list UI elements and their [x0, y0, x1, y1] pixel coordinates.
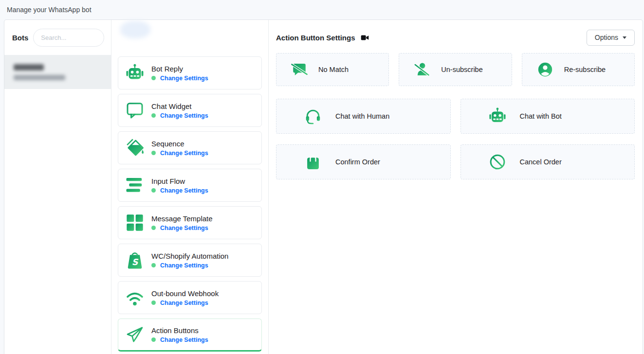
shopify-bag-icon — [125, 250, 145, 270]
user-slash-icon — [414, 61, 430, 78]
change-settings-link[interactable]: Change Settings — [160, 187, 208, 194]
status-dot — [151, 263, 156, 267]
action-card-label: Confirm Order — [335, 158, 380, 166]
action-buttons-row-2: Chat with Human Chat with Bot — [276, 99, 635, 134]
change-settings-link[interactable]: Change Settings — [160, 75, 208, 82]
feature-card-action-buttons[interactable]: Action Buttons Change Settings — [118, 319, 262, 352]
change-settings-link[interactable]: Change Settings — [160, 112, 208, 119]
chat-slash-icon — [291, 61, 308, 78]
sidebar-header: Bots — [4, 20, 111, 55]
paper-plane-icon — [125, 325, 145, 344]
change-settings-link[interactable]: Change Settings — [160, 300, 208, 306]
status-dot — [151, 226, 156, 230]
feature-card-wc-shopify-automation[interactable]: WC/Shopify Automation Change Settings — [118, 244, 262, 277]
robot-icon — [125, 63, 145, 83]
action-buttons-row-3: Confirm Order Cancel Order — [276, 144, 635, 179]
feature-card-message-template[interactable]: Message Template Change Settings — [118, 206, 262, 239]
status-dot — [151, 188, 156, 193]
options-button[interactable]: Options — [587, 30, 635, 46]
action-card-label: No Match — [318, 66, 349, 73]
paint-bucket-icon — [125, 138, 145, 158]
feature-title: Chat Widget — [151, 102, 208, 110]
status-dot — [151, 113, 156, 118]
wifi-icon — [125, 288, 145, 307]
feature-title: Sequence — [151, 140, 208, 148]
action-card-label: Cancel Order — [520, 158, 562, 166]
bots-sidebar: Bots — [4, 20, 111, 354]
feature-title: Message Template — [151, 214, 213, 223]
status-dot — [151, 76, 156, 80]
chevron-down-icon — [623, 36, 626, 39]
redacted-bot-phone — [14, 75, 65, 80]
feature-title: Action Buttons — [151, 326, 208, 335]
action-card-label: Re-subscribe — [564, 66, 606, 73]
action-buttons-row-1: No Match Un-subscribe Re-subscribe — [276, 53, 635, 86]
feature-card-sequence[interactable]: Sequence Change Settings — [118, 131, 262, 164]
options-button-label: Options — [595, 34, 618, 41]
redacted-bot-name — [14, 64, 44, 71]
action-card-label: Un-subscribe — [441, 66, 482, 73]
ban-icon — [488, 153, 507, 171]
robot-icon — [488, 107, 507, 125]
feature-title: Bot Reply — [151, 65, 208, 73]
feature-card-input-flow[interactable]: Input Flow Change Settings — [118, 169, 262, 202]
feature-title: Input Flow — [151, 177, 208, 185]
feature-list: Bot Reply Change Settings Chat Widget Ch… — [111, 20, 269, 354]
status-dot — [151, 151, 156, 155]
change-settings-link[interactable]: Change Settings — [160, 336, 208, 343]
feature-title: WC/Shopify Automation — [151, 252, 228, 260]
grid-icon — [125, 213, 145, 232]
video-camera-icon[interactable] — [361, 34, 369, 42]
lines-icon — [125, 176, 145, 195]
feature-title: Out-bound Webhook — [151, 289, 219, 298]
main-container: Bots Bot Reply Change Settings Chat Widg… — [4, 19, 643, 354]
bot-search-input[interactable] — [33, 29, 104, 47]
action-card-un-subscribe[interactable]: Un-subscribe — [399, 53, 512, 86]
action-card-confirm-order[interactable]: Confirm Order — [276, 144, 451, 179]
action-card-label: Chat with Human — [335, 112, 389, 120]
action-card-chat-with-human[interactable]: Chat with Human — [276, 99, 451, 134]
action-card-re-subscribe[interactable]: Re-subscribe — [522, 53, 635, 86]
action-button-settings-panel: Action Button Settings Options No Match … — [269, 20, 643, 354]
feature-card-bot-reply[interactable]: Bot Reply Change Settings — [118, 56, 262, 89]
change-settings-link[interactable]: Change Settings — [160, 150, 208, 157]
action-card-no-match[interactable]: No Match — [276, 53, 389, 86]
feature-card-out-bound-webhook[interactable]: Out-bound Webhook Change Settings — [118, 281, 262, 314]
action-card-label: Chat with Bot — [520, 112, 562, 120]
change-settings-link[interactable]: Change Settings — [160, 262, 208, 269]
feature-card-chat-widget[interactable]: Chat Widget Change Settings — [118, 94, 262, 127]
action-card-cancel-order[interactable]: Cancel Order — [460, 144, 635, 179]
chat-bubble-icon — [125, 101, 145, 120]
shopping-bag-icon — [304, 153, 322, 171]
panel-title: Action Button Settings — [276, 34, 355, 42]
change-settings-link[interactable]: Change Settings — [160, 225, 208, 231]
action-card-chat-with-bot[interactable]: Chat with Bot — [460, 99, 635, 134]
page-title: Manage your WhatsApp bot — [7, 6, 92, 14]
status-dot — [151, 301, 156, 305]
status-dot — [151, 337, 156, 342]
page-header: Manage your WhatsApp bot — [0, 0, 644, 19]
headset-icon — [304, 107, 322, 125]
user-circle-icon — [537, 61, 553, 78]
panel-header: Action Button Settings Options — [276, 27, 635, 48]
blurred-blob — [120, 21, 150, 38]
sidebar-heading: Bots — [12, 34, 28, 42]
bot-list-item-selected[interactable] — [4, 55, 111, 89]
